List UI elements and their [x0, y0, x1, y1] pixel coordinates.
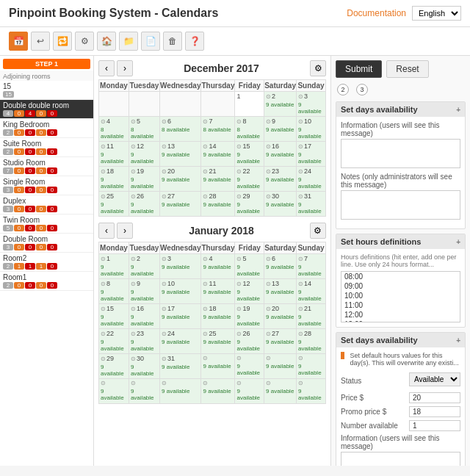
cal-prev-btn[interactable]: ‹	[98, 60, 115, 76]
calendar-day[interactable]: ⊙39 available	[160, 254, 201, 279]
calendar-day[interactable]: ⊙149 available	[201, 142, 235, 167]
delete-btn[interactable]: 🗑	[163, 32, 182, 51]
calendar-day[interactable]: ⊙289 available	[297, 329, 326, 354]
calendar-day[interactable]: ⊙109 available	[297, 117, 326, 142]
sidebar-room-item[interactable]: Room221110	[0, 253, 93, 272]
home-btn[interactable]: 🏠	[97, 32, 116, 51]
folder-btn[interactable]: 📁	[119, 32, 138, 51]
calendar-day[interactable]: ⊙189 available	[201, 304, 235, 329]
refresh-btn[interactable]: 🔁	[53, 32, 72, 51]
sidebar-room-item[interactable]: Double Room30000	[0, 234, 93, 253]
calendar-day[interactable]: ⊙9 available	[235, 379, 264, 404]
cal-next-btn[interactable]: ›	[117, 223, 133, 239]
calendar-day[interactable]: ⊙119 available	[99, 142, 129, 167]
calendar-day[interactable]: ⊙129 available	[129, 142, 159, 167]
sidebar-room-item[interactable]: Room120000	[0, 272, 93, 291]
calendar-day[interactable]: ⊙68 available	[160, 117, 201, 142]
notes-textarea[interactable]	[341, 190, 460, 220]
calendar-day[interactable]: ⊙39 available	[297, 92, 326, 117]
num-avail-input[interactable]	[409, 420, 460, 431]
calendar-day[interactable]: ⊙9 available	[99, 379, 129, 404]
calendar-day[interactable]: ⊙229 available	[99, 329, 129, 354]
sidebar-room-item[interactable]: Duplex30000	[0, 195, 93, 214]
set-hours-header[interactable]: Set hours definitions +	[336, 234, 465, 249]
calendar-day[interactable]: ⊙219 available	[297, 304, 326, 329]
calendar-day[interactable]: ⊙309 available	[264, 192, 297, 217]
calendar-day[interactable]: ⊙149 available	[297, 279, 326, 304]
submit-button[interactable]: Submit	[336, 60, 382, 78]
calendar-day[interactable]: ⊙319 available	[160, 354, 201, 379]
calendar-day[interactable]: ⊙9 available	[297, 354, 326, 379]
sidebar-room-item[interactable]: Studio Room70000	[0, 157, 93, 176]
calendar-view-btn[interactable]: 📅	[9, 32, 28, 51]
calendar-day[interactable]: ⊙19 available	[99, 254, 129, 279]
calendar-day[interactable]: ⊙9 available	[264, 379, 297, 404]
calendar-day[interactable]: ⊙69 available	[264, 254, 297, 279]
sidebar-room-item[interactable]: Twin Room50000	[0, 214, 93, 234]
calendar-day[interactable]: ⊙159 available	[235, 142, 264, 167]
calendar-day[interactable]: ⊙88 available	[235, 117, 264, 142]
calendar-day[interactable]: ⊙29 available	[264, 92, 297, 117]
calendar-day[interactable]: ⊙9 available	[201, 379, 235, 404]
calendar-day[interactable]: ⊙79 available	[297, 254, 326, 279]
calendar-day[interactable]: ⊙229 available	[235, 167, 264, 192]
copy-btn[interactable]: 📄	[141, 32, 160, 51]
calendar-day[interactable]: ⊙9 available	[160, 379, 201, 404]
calendar-day[interactable]: ⊙9 available	[297, 379, 326, 404]
calendar-day[interactable]: ⊙319 available	[297, 192, 326, 217]
calendar-day[interactable]: ⊙279 available	[264, 329, 297, 354]
calendar-day[interactable]: ⊙58 available	[129, 117, 159, 142]
calendar-day[interactable]: ⊙129 available	[235, 279, 264, 304]
back-btn[interactable]: ↩	[31, 32, 50, 51]
documentation-link[interactable]: Documentation	[347, 8, 406, 18]
calendar-day[interactable]: ⊙99 available	[129, 279, 159, 304]
info-textarea[interactable]	[341, 139, 460, 168]
calendar-day[interactable]: ⊙9 available	[129, 379, 159, 404]
calendar-day[interactable]: ⊙289 available	[201, 192, 235, 217]
set-days-avail-header[interactable]: Set days availability +	[336, 102, 465, 117]
calendar-day[interactable]: ⊙279 available	[160, 192, 201, 217]
calendar-day[interactable]: ⊙239 available	[129, 329, 159, 354]
calendar-day[interactable]: ⊙209 available	[264, 304, 297, 329]
cal-settings-btn[interactable]: ⚙	[310, 60, 326, 76]
calendar-day[interactable]: ⊙299 available	[235, 192, 264, 217]
promo-input[interactable]	[409, 406, 460, 417]
calendar-day[interactable]: ⊙309 available	[129, 354, 159, 379]
sidebar-room-item[interactable]: Single Room30000	[0, 176, 93, 195]
calendar-day[interactable]: ⊙209 available	[160, 167, 201, 192]
calendar-day[interactable]: ⊙299 available	[99, 354, 129, 379]
sidebar-room-item[interactable]: 1515	[0, 81, 93, 100]
calendar-day[interactable]: ⊙169 available	[129, 304, 159, 329]
calendar-day[interactable]: ⊙249 available	[160, 329, 201, 354]
calendar-day[interactable]: ⊙139 available	[160, 142, 201, 167]
calendar-day[interactable]: ⊙199 available	[129, 167, 159, 192]
info2-textarea[interactable]	[341, 452, 460, 466]
calendar-day[interactable]: ⊙99 available	[264, 117, 297, 142]
calendar-day[interactable]: ⊙9 available	[264, 354, 297, 379]
calendar-day[interactable]: ⊙48 available	[99, 117, 129, 142]
cal-settings-btn[interactable]: ⚙	[310, 223, 326, 239]
settings-btn[interactable]: ⚙	[75, 32, 94, 51]
calendar-day[interactable]: ⊙139 available	[264, 279, 297, 304]
calendar-day[interactable]: ⊙109 available	[160, 279, 201, 304]
calendar-day[interactable]: ⊙78 available	[201, 117, 235, 142]
cal-prev-btn[interactable]: ‹	[98, 223, 115, 239]
calendar-day[interactable]: ⊙9 available	[235, 354, 264, 379]
calendar-day[interactable]: ⊙179 available	[160, 304, 201, 329]
calendar-day[interactable]: ⊙199 available	[235, 304, 264, 329]
sidebar-room-item[interactable]: King Bedroom20000	[0, 119, 93, 138]
calendar-day[interactable]: ⊙159 available	[99, 304, 129, 329]
set-days-avail2-header[interactable]: Set days availability +	[336, 333, 465, 347]
help-btn[interactable]: ❓	[185, 32, 204, 51]
calendar-day[interactable]: ⊙259 available	[99, 192, 129, 217]
calendar-day[interactable]: ⊙259 available	[201, 329, 235, 354]
calendar-day[interactable]: ⊙239 available	[264, 167, 297, 192]
calendar-day[interactable]: ⊙269 available	[129, 192, 159, 217]
calendar-day[interactable]: ⊙89 available	[99, 279, 129, 304]
sidebar-room-item[interactable]: Suite Room20000	[0, 138, 93, 157]
calendar-day[interactable]: ⊙59 available	[235, 254, 264, 279]
calendar-day[interactable]: ⊙269 available	[235, 329, 264, 354]
calendar-day[interactable]: ⊙29 available	[129, 254, 159, 279]
calendar-day[interactable]: ⊙189 available	[99, 167, 129, 192]
calendar-day[interactable]: ⊙169 available	[264, 142, 297, 167]
